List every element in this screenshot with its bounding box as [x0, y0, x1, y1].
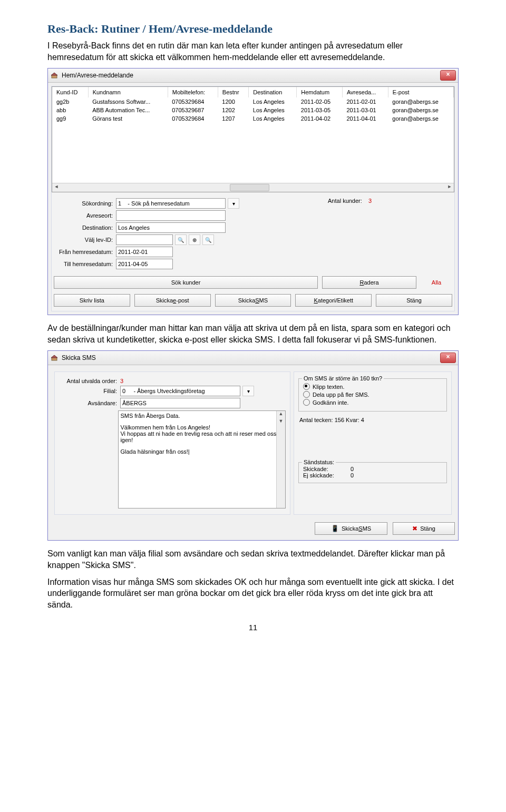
skickade-label: Skickade: — [303, 466, 351, 472]
cell: 2011-02-01 — [342, 97, 388, 106]
magnify-icon[interactable]: ⊕ — [189, 234, 200, 245]
cell: 2011-04-02 — [297, 114, 343, 123]
dropdown-icon[interactable]: ▾ — [228, 198, 239, 209]
col-kundnamn[interactable]: Kundnamn — [88, 87, 168, 97]
groupbox-legend: Sändstatus: — [302, 459, 336, 465]
table-row[interactable]: abbABB Automation Tec...07053296871202Lo… — [52, 106, 454, 114]
v-scrollbar[interactable]: ▲▼ — [276, 411, 285, 508]
cell: goran@abergs.se — [388, 114, 453, 123]
cell: 2011-03-01 — [342, 106, 388, 114]
radio-label: Godkänn inte. — [313, 399, 349, 406]
cell: Los Angeles — [249, 106, 297, 114]
avsandare-input[interactable] — [120, 398, 240, 408]
till-label: Till hemresedatum: — [54, 261, 116, 267]
binoculars-icon[interactable]: 🔍 — [175, 234, 187, 245]
skicka-sms-button[interactable]: Skicka SMS — [215, 294, 291, 307]
table-header-row: Kund-ID Kundnamn Mobiltelefon: Bestnr De… — [52, 87, 454, 97]
dropdown-icon[interactable]: ▾ — [242, 386, 254, 396]
close-icon[interactable]: × — [440, 353, 456, 363]
stang-button[interactable]: ✖Stäng — [393, 522, 455, 535]
cell: gg2b — [52, 97, 88, 106]
results-grid[interactable]: Kund-ID Kundnamn Mobiltelefon: Bestnr De… — [52, 86, 454, 192]
scroll-thumb[interactable] — [230, 184, 269, 191]
radera-button[interactable]: Radera — [322, 276, 416, 289]
avsandare-label: Avsändare: — [59, 400, 120, 406]
fran-label: Från hemresedatum: — [54, 249, 116, 255]
antal-kunder-value: 3 — [368, 198, 372, 204]
close-icon[interactable]: × — [440, 70, 456, 81]
paragraph-4: Information visas hur många SMS som skic… — [47, 576, 459, 611]
close-x-icon: ✖ — [412, 525, 417, 532]
radio-godkann[interactable]: Godkänn inte. — [303, 399, 442, 406]
phone-icon: 📱 — [331, 525, 339, 532]
sms-textarea[interactable]: SMS från Åbergs Data. Välkommen hem från… — [118, 410, 286, 508]
stang-button[interactable]: Stäng — [376, 294, 452, 307]
sok-kunder-button[interactable]: Sök kunder — [54, 276, 318, 289]
cell: goran@abergs.se — [388, 97, 453, 106]
alla-link[interactable]: Alla — [421, 276, 452, 289]
sandstatus-groupbox: Sändstatus: Skickade:0 Ej skickade:0 — [298, 462, 447, 483]
cell: 1207 — [218, 114, 248, 123]
page-number: 11 — [47, 623, 459, 632]
cell: 0705329687 — [168, 106, 218, 114]
col-bestnr[interactable]: Bestnr — [218, 87, 248, 97]
sokordning-input[interactable] — [116, 198, 226, 209]
sms-line: Glada hälsningar från oss!| — [120, 448, 284, 455]
app-icon — [50, 71, 59, 80]
sms-line: SMS från Åbergs Data. — [120, 413, 284, 419]
destination-label: Destination: — [54, 224, 116, 231]
sms-line: Välkommen hem från Los Angeles! — [120, 424, 284, 431]
titlebar[interactable]: Skicka SMS × — [48, 351, 458, 365]
avreseort-input[interactable] — [116, 210, 226, 221]
sms-size-groupbox: Om SMS är större än 160 tkn? Klipp texte… — [298, 378, 447, 412]
h-scrollbar[interactable]: ◄ ► — [52, 183, 454, 192]
svg-marker-1 — [51, 73, 57, 75]
col-hemdatum[interactable]: Hemdatum — [297, 87, 343, 97]
table-row[interactable]: gg9Görans test07053296841207Los Angeles2… — [52, 114, 454, 123]
kategori-button[interactable]: Kategori/Etikett — [295, 294, 372, 307]
window-title: Skicka SMS — [62, 354, 440, 361]
titlebar[interactable]: Hem/Avrese-meddelande × — [48, 69, 458, 83]
col-mobil[interactable]: Mobiltelefon: — [168, 87, 218, 97]
antal-kunder-label: Antal kunder: — [328, 198, 362, 204]
fran-input[interactable] — [116, 247, 173, 257]
scroll-left-icon[interactable]: ◄ — [52, 184, 61, 191]
col-destination[interactable]: Destination — [249, 87, 297, 97]
cell: Gustafssons Softwar... — [88, 97, 168, 106]
svg-marker-3 — [51, 355, 57, 358]
antal-utvalda-value: 3 — [120, 378, 123, 384]
avreseort-label: Avreseort: — [54, 212, 116, 219]
radio-label: Dela upp på fler SMS. — [313, 392, 369, 398]
cell: 0705329684 — [168, 114, 218, 123]
radio-dela[interactable]: Dela upp på fler SMS. — [303, 391, 442, 398]
col-kundid[interactable]: Kund-ID — [52, 87, 88, 97]
paragraph-3: Som vanligt kan man välja filial som avs… — [47, 548, 459, 571]
binoculars2-icon[interactable]: 🔍 — [202, 234, 214, 245]
window-hem-avrese: Hem/Avrese-meddelande × Kund-ID Kundnamn… — [47, 68, 459, 315]
window-skicka-sms: Skicka SMS × Antal utvalda order: 3 Fili… — [47, 350, 459, 541]
levid-input[interactable] — [116, 234, 173, 245]
mid-paragraph: Av de beställningar/kunder man hittar ka… — [47, 322, 459, 345]
destination-input[interactable] — [116, 222, 226, 233]
cell: 2011-02-05 — [297, 97, 343, 106]
till-input[interactable] — [116, 259, 173, 269]
skickade-value: 0 — [351, 466, 354, 472]
char-count: Antal tecken: 156 Kvar: 4 — [299, 417, 446, 423]
cell: ABB Automation Tec... — [88, 106, 168, 114]
cell: 1200 — [218, 97, 248, 106]
skicka-sms-button[interactable]: 📱Skicka SMS — [315, 522, 387, 535]
table-row[interactable]: gg2bGustafssons Softwar...07053296841200… — [52, 97, 454, 106]
filial-input[interactable] — [120, 386, 240, 396]
scroll-right-icon[interactable]: ► — [445, 184, 454, 191]
radio-klipp[interactable]: Klipp texten. — [303, 383, 442, 390]
col-epost[interactable]: E-post — [388, 87, 453, 97]
cell: Los Angeles — [249, 97, 297, 106]
cell: 2011-03-05 — [297, 106, 343, 114]
col-avreseda[interactable]: Avreseda... — [342, 87, 388, 97]
radio-label: Klipp texten. — [313, 384, 345, 390]
window-title: Hem/Avrese-meddelande — [62, 72, 440, 79]
skicka-epost-button[interactable]: Skicka e-post — [134, 294, 211, 307]
cell: 0705329684 — [168, 97, 218, 106]
antal-utvalda-label: Antal utvalda order: — [59, 378, 120, 384]
skriv-lista-button[interactable]: Skriv lista — [54, 294, 130, 307]
